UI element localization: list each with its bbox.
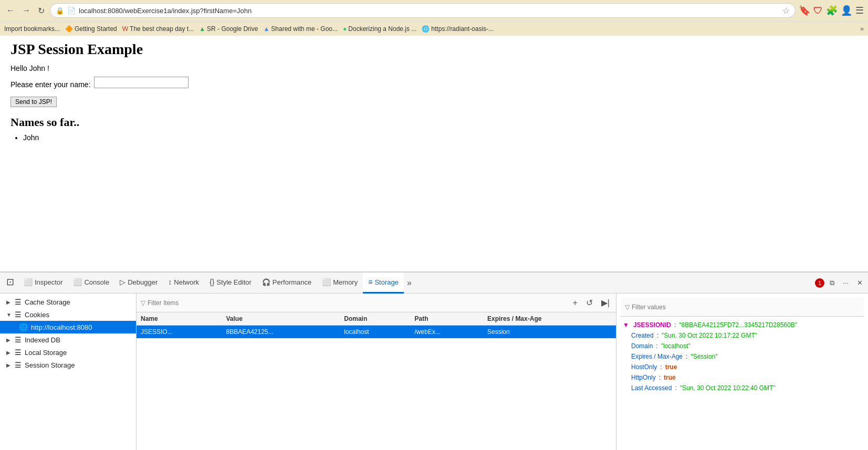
back-button[interactable]: ← [4, 5, 17, 16]
session-storage-label: Session Storage [25, 361, 75, 369]
bookmarks-more[interactable]: » [860, 25, 864, 33]
bookmark-docker[interactable]: ● Dockerizing a Node.js ... [343, 25, 416, 33]
tab-debugger[interactable]: ▷ Debugger [114, 273, 163, 294]
detail-entries: ▼ JSESSIONID : "8BBAEA42125FD72...334521… [621, 317, 864, 396]
bookmark-cheap-day-label: The best cheap day t... [130, 25, 194, 33]
storage-label: Storage [374, 278, 399, 286]
detail-key-httponly: HttpOnly [631, 374, 656, 381]
add-cookie-button[interactable]: + [571, 297, 580, 309]
detail-value-expires: "Session" [691, 353, 717, 360]
tab-inspector[interactable]: ⬜ Inspector [18, 273, 68, 294]
localhost-globe-icon: 🌐 [19, 323, 28, 331]
bookmark-shared[interactable]: ▲ Shared with me - Goo... [263, 25, 338, 33]
tab-storage[interactable]: ≡ Storage [363, 273, 404, 294]
refresh-button[interactable]: ↻ [36, 5, 47, 17]
inspector-icon: ⬜ [24, 278, 33, 286]
detail-key-created: Created [631, 332, 654, 339]
shield-icon[interactable]: 🛡 [813, 5, 823, 16]
detail-value-last-accessed: "Sun, 30 Oct 2022 10:22:40 GMT" [680, 384, 776, 392]
tree-item-cache-storage[interactable]: ▶ ☰ Cache Storage [0, 296, 136, 308]
tab-console[interactable]: ⬜ Console [68, 273, 114, 294]
more-options-button[interactable]: ··· [840, 278, 852, 288]
debugger-icon: ▷ [120, 278, 126, 286]
tree-item-session-storage[interactable]: ▶ ☰ Session Storage [0, 359, 136, 371]
detail-value-created: "Sun, 30 Oct 2022 10:17:22 GMT" [662, 332, 757, 339]
detail-key-hostonly: HostOnly [631, 363, 657, 371]
bookmark-cheap-day[interactable]: W The best cheap day t... [122, 25, 194, 33]
expand-local-icon: ▶ [6, 350, 12, 355]
indexed-db-icon: ☰ [15, 336, 22, 344]
cookie-toolbar: ▽ + ↺ ▶| [137, 294, 616, 312]
error-badge[interactable]: 1 [815, 278, 824, 288]
detail-value-domain: "localhost" [661, 342, 691, 350]
cookie-name: JSESSIO... [137, 326, 222, 339]
bookmark-radiant[interactable]: 🌐 https://radiant-oasis-... [422, 25, 494, 33]
name-input[interactable] [94, 77, 189, 88]
cookie-row[interactable]: JSESSIO... 8BBAEA42125... localhost /web… [137, 326, 616, 339]
detail-key-jsessionid: JSESSIONID [633, 321, 671, 329]
tab-memory[interactable]: ⬜ Memory [317, 273, 363, 294]
form-label: Please enter your name: [11, 80, 91, 89]
col-name: Name [137, 312, 222, 326]
page-content: JSP Session Example Hello John ! Please … [0, 36, 868, 271]
close-devtools-button[interactable]: ✕ [854, 278, 866, 288]
detail-filter-input[interactable] [632, 304, 860, 311]
send-to-jsp-button[interactable]: Send to JSP! [11, 97, 57, 107]
expand-cookies-icon: ▼ [6, 312, 12, 318]
detail-entry-jsessionid: ▼ JSESSIONID : "8BBAEA42125FD72...334521… [623, 320, 862, 330]
detail-key-expires: Expires / Max-Age [631, 353, 683, 360]
tree-item-local-storage[interactable]: ▶ ☰ Local Storage [0, 346, 136, 359]
col-domain: Domain [340, 312, 410, 326]
bookmarks-bar: Import bookmarks... 🔶 Getting Started W … [0, 21, 868, 36]
responsive-design-button[interactable]: ⧉ [827, 278, 838, 288]
debugger-label: Debugger [128, 278, 158, 286]
performance-icon: 🎧 [262, 278, 270, 286]
bookmark-import[interactable]: Import bookmarks... [4, 25, 60, 33]
storage-detail-panel: ▽ ▼ JSESSIONID : "8BBAEA42125FD72...3345… [616, 294, 868, 450]
tree-item-cookies[interactable]: ▼ ☰ Cookies [0, 308, 136, 321]
col-path: Path [411, 312, 483, 326]
detail-value-jsessionid: "8BBAEA42125FD72...3345217D28560B" [679, 321, 797, 329]
address-bar[interactable]: 🔒 📄 localhost:8080/webExercise1a/index.j… [50, 3, 796, 18]
cookie-domain: localhost [340, 326, 410, 339]
detail-key-last-accessed: Last Accessed [631, 384, 672, 392]
detail-entry-domain: Domain : "localhost" [623, 341, 862, 351]
extensions-icon[interactable]: 🧩 [826, 5, 838, 16]
forward-button[interactable]: → [20, 5, 33, 16]
bookmark-docker-label: Dockerizing a Node.js ... [348, 25, 416, 33]
style-editor-label: Style Editor [216, 278, 251, 286]
more-tabs-button[interactable]: » [404, 278, 415, 288]
network-icon: ↕ [168, 278, 172, 286]
profile-icon[interactable]: 👤 [841, 5, 852, 16]
detail-entry-hostonly: HostOnly : true [623, 362, 862, 372]
expand-indexed-icon: ▶ [6, 337, 12, 343]
filter-icon: ▽ [141, 299, 145, 307]
filter-input[interactable] [148, 299, 567, 307]
cache-storage-label: Cache Storage [25, 298, 70, 306]
bookmark-google-drive-label: SR - Google Drive [207, 25, 258, 33]
tab-network[interactable]: ↕ Network [163, 273, 204, 294]
cookie-table-wrap: Name Value Domain Path Expires / Max-Age… [137, 312, 616, 450]
performance-label: Performance [273, 278, 311, 286]
console-label: Console [84, 278, 109, 286]
bookmark-google-drive[interactable]: ▲ SR - Google Drive [199, 25, 258, 33]
menu-icon[interactable]: ☰ [855, 5, 864, 16]
bookmark-import-label: Import bookmarks... [4, 25, 60, 33]
tab-style-editor[interactable]: {} Style Editor [204, 273, 257, 294]
bookmark-getting-started[interactable]: 🔶 Getting Started [65, 25, 117, 33]
tree-item-indexed-db[interactable]: ▶ ☰ Indexed DB [0, 333, 136, 346]
detail-value-httponly: true [664, 374, 676, 381]
delete-cookies-button[interactable]: ▶| [599, 297, 612, 309]
page-hello: Hello John ! [11, 64, 857, 72]
detail-value-hostonly: true [665, 363, 677, 371]
url-text: localhost:8080/webExercise1a/index.jsp?f… [79, 7, 779, 15]
detail-entry-httponly: HttpOnly : true [623, 372, 862, 383]
tab-performance[interactable]: 🎧 Performance [257, 273, 317, 294]
tree-item-cookies-localhost[interactable]: 🌐 http://localhost:8080 [0, 321, 136, 333]
cache-storage-icon: ☰ [15, 298, 22, 306]
bookmarks-icon[interactable]: 🔖 [799, 5, 810, 16]
tab-pick[interactable]: ⊡ [2, 273, 18, 294]
indexed-db-label: Indexed DB [25, 336, 60, 344]
refresh-cookies-button[interactable]: ↺ [584, 297, 595, 309]
expand-cache-icon: ▶ [6, 299, 12, 305]
